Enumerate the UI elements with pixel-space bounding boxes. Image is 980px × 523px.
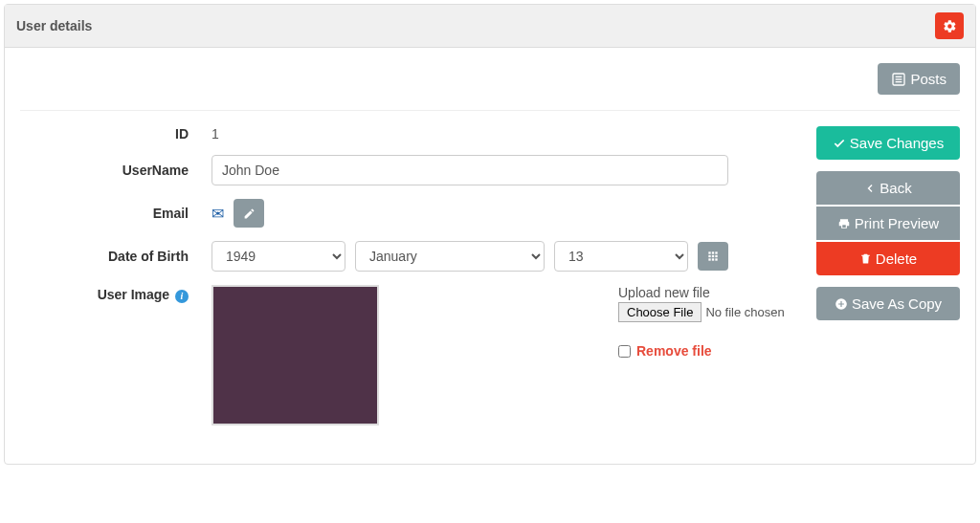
chevron-left-icon <box>864 183 876 194</box>
panel-body: Posts ID 1 UserName Email ✉ <box>5 48 975 464</box>
svg-rect-10 <box>708 258 710 260</box>
remove-file-checkbox[interactable] <box>618 345 631 358</box>
calendar-icon <box>706 250 720 263</box>
save-button[interactable]: Save Changes <box>816 126 960 160</box>
username-row: UserName <box>20 155 801 185</box>
username-input[interactable] <box>212 155 728 185</box>
side-actions: Save Changes Back Print Preview <box>816 126 960 439</box>
no-file-text: No file chosen <box>705 305 784 319</box>
panel-heading: User details <box>5 5 975 48</box>
image-preview <box>212 285 379 425</box>
delete-button[interactable]: Delete <box>816 242 960 275</box>
main-layout: ID 1 UserName Email ✉ <box>20 126 960 439</box>
svg-rect-8 <box>712 255 714 257</box>
mail-icon: ✉ <box>212 205 224 223</box>
info-icon[interactable]: i <box>175 290 189 303</box>
svg-rect-7 <box>708 255 710 257</box>
remove-file-label: Remove file <box>636 343 712 359</box>
email-label: Email <box>20 206 212 221</box>
dob-month-select[interactable]: January <box>355 241 545 272</box>
email-row: Email ✉ <box>20 199 801 228</box>
id-row: ID 1 <box>20 126 801 142</box>
svg-rect-4 <box>708 251 710 253</box>
top-actions: Posts <box>20 59 960 111</box>
svg-rect-12 <box>715 258 717 260</box>
dob-year-select[interactable]: 1949 <box>212 241 345 272</box>
user-details-panel: User details Posts ID 1 Us <box>4 4 976 465</box>
panel-title: User details <box>16 18 92 33</box>
posts-button[interactable]: Posts <box>878 63 960 95</box>
svg-rect-6 <box>715 251 717 253</box>
choose-file-button[interactable]: Choose File <box>618 302 702 322</box>
upload-label: Upload new file <box>618 285 785 300</box>
settings-button[interactable] <box>935 12 964 39</box>
svg-rect-9 <box>715 255 717 257</box>
check-icon <box>833 137 846 150</box>
posts-label: Posts <box>910 71 947 87</box>
dob-label: Date of Birth <box>20 249 212 264</box>
id-value: 1 <box>212 126 219 142</box>
image-row: User Image i Upload new file Choose File… <box>20 285 801 425</box>
id-label: ID <box>20 126 212 142</box>
image-label: User Image i <box>20 285 212 303</box>
plus-circle-icon <box>835 297 848 311</box>
edit-email-button[interactable] <box>234 199 264 228</box>
dob-day-select[interactable]: 13 <box>554 241 688 272</box>
dob-row: Date of Birth 1949 January 13 <box>20 241 801 272</box>
form-area: ID 1 UserName Email ✉ <box>20 126 801 439</box>
save-as-copy-button[interactable]: Save As Copy <box>816 287 960 320</box>
trash-icon <box>859 252 872 265</box>
svg-rect-5 <box>712 251 714 253</box>
username-label: UserName <box>20 163 212 178</box>
print-preview-button[interactable]: Print Preview <box>816 207 960 240</box>
printer-icon <box>837 217 851 230</box>
gear-icon <box>943 19 957 33</box>
back-button[interactable]: Back <box>816 171 960 205</box>
pencil-icon <box>243 207 256 220</box>
list-icon <box>891 72 906 87</box>
upload-area: Upload new file Choose File No file chos… <box>618 285 785 359</box>
calendar-button[interactable] <box>698 242 728 271</box>
svg-rect-11 <box>712 258 714 260</box>
